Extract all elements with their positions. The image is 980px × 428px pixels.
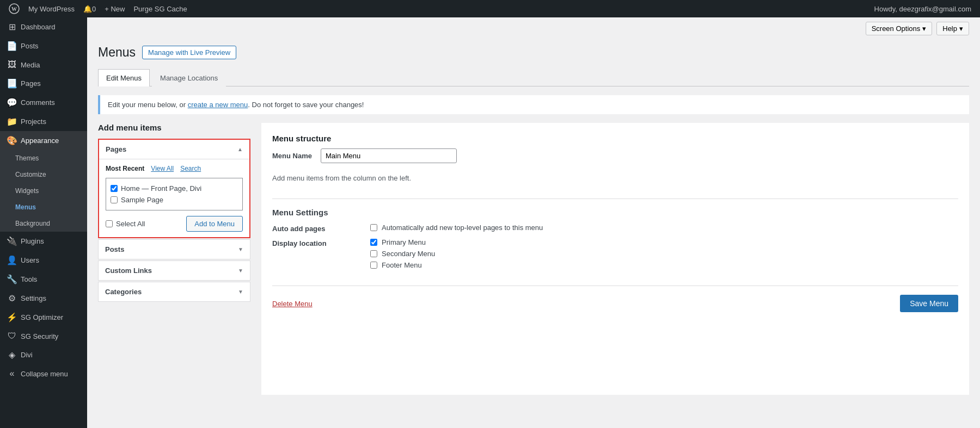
left-panel: Add menu items Pages ▲ Most Recent View … bbox=[98, 123, 250, 303]
plugins-icon: 🔌 bbox=[7, 236, 17, 246]
page-item-home[interactable]: Home — Front Page, Divi bbox=[111, 183, 238, 194]
sidebar-item-themes[interactable]: Themes bbox=[0, 150, 87, 166]
sidebar-item-pages[interactable]: 📃 Pages bbox=[0, 74, 87, 93]
admin-bar: W My WordPress 🔔 0 + New Purge SG Cache … bbox=[0, 0, 980, 17]
sidebar-item-comments[interactable]: 💬 Comments bbox=[0, 93, 87, 112]
main-content: Screen Options ▾ Help ▾ Menus Manage wit… bbox=[87, 17, 980, 428]
dashboard-icon: ⊞ bbox=[7, 22, 17, 32]
tab-manage-locations[interactable]: Manage Locations bbox=[152, 69, 226, 86]
select-all-checkbox[interactable] bbox=[106, 220, 113, 227]
sub-tab-view-all[interactable]: View All bbox=[151, 165, 174, 172]
sidebar-appearance-sub: Themes Customize Widgets Menus Backgroun… bbox=[0, 150, 87, 232]
delete-menu-link[interactable]: Delete Menu bbox=[272, 300, 313, 308]
sidebar-item-customize[interactable]: Customize bbox=[0, 166, 87, 183]
display-location-primary[interactable]: Primary Menu bbox=[370, 238, 435, 246]
sub-tab-most-recent[interactable]: Most Recent bbox=[106, 165, 144, 172]
accordion-down-arrow: ▼ bbox=[238, 289, 243, 295]
sidebar-item-appearance[interactable]: 🎨 Appearance bbox=[0, 131, 87, 150]
tools-icon: 🔧 bbox=[7, 274, 17, 284]
svg-text:W: W bbox=[11, 6, 17, 12]
sidebar-item-dashboard[interactable]: ⊞ Dashboard bbox=[0, 17, 87, 36]
top-bar: Screen Options ▾ Help ▾ bbox=[87, 17, 980, 40]
auto-add-pages-row: Auto add pages Automatically add new top… bbox=[272, 224, 958, 233]
display-location-row: Display location Primary Menu Secondary … bbox=[272, 238, 958, 269]
pages-accordion-header[interactable]: Pages ▲ bbox=[99, 140, 249, 159]
users-icon: 👤 bbox=[7, 255, 17, 265]
sidebar-item-plugins[interactable]: 🔌 Plugins bbox=[0, 232, 87, 251]
page-title: Menus bbox=[98, 45, 136, 60]
appearance-icon: 🎨 bbox=[7, 135, 17, 146]
menu-settings-title: Menu Settings bbox=[272, 199, 958, 217]
sidebar-item-media[interactable]: 🖼 Media bbox=[0, 55, 87, 74]
add-to-menu-button[interactable]: Add to Menu bbox=[186, 216, 243, 232]
screen-options-button[interactable]: Screen Options ▾ bbox=[866, 22, 933, 35]
pages-accordion-footer: Select All Add to Menu bbox=[106, 216, 243, 232]
sidebar: ⊞ Dashboard 📄 Posts 🖼 Media 📃 Pages 💬 Co… bbox=[0, 17, 87, 428]
display-location-label: Display location bbox=[272, 238, 359, 247]
display-location-footer[interactable]: Footer Menu bbox=[370, 261, 435, 269]
notifications[interactable]: 🔔 0 bbox=[79, 0, 100, 17]
sidebar-item-menus[interactable]: Menus bbox=[0, 199, 87, 215]
sidebar-item-settings[interactable]: ⚙ Settings bbox=[0, 289, 87, 308]
sub-tab-search[interactable]: Search bbox=[180, 165, 201, 172]
sidebar-item-divi[interactable]: ◈ Divi bbox=[0, 345, 87, 364]
sidebar-item-collapse[interactable]: « Collapse menu bbox=[0, 364, 87, 383]
page-checkbox-sample[interactable] bbox=[111, 196, 118, 203]
primary-menu-checkbox[interactable] bbox=[370, 239, 377, 246]
sidebar-item-widgets[interactable]: Widgets bbox=[0, 183, 87, 199]
sidebar-item-background[interactable]: Background bbox=[0, 215, 87, 232]
purge-cache[interactable]: Purge SG Cache bbox=[129, 0, 191, 17]
save-menu-button[interactable]: Save Menu bbox=[900, 295, 958, 312]
create-new-menu-link[interactable]: create a new menu bbox=[188, 101, 248, 109]
categories-accordion-header[interactable]: Categories ▼ bbox=[99, 282, 250, 301]
sidebar-item-users[interactable]: 👤 Users bbox=[0, 251, 87, 270]
custom-links-accordion-header[interactable]: Custom Links ▼ bbox=[99, 261, 250, 280]
auto-add-pages-option[interactable]: Automatically add new top-level pages to… bbox=[370, 224, 543, 232]
menu-hint: Add menu items from the column on the le… bbox=[272, 174, 958, 182]
pages-icon: 📃 bbox=[7, 78, 17, 89]
sidebar-item-projects[interactable]: 📁 Projects bbox=[0, 112, 87, 131]
site-name[interactable]: My WordPress bbox=[24, 0, 79, 17]
pages-accordion-body: Most Recent View All Search Home — Front… bbox=[99, 159, 249, 237]
pages-sub-tabs: Most Recent View All Search bbox=[106, 165, 243, 172]
menu-name-label: Menu Name bbox=[272, 152, 312, 160]
menu-structure-title: Menu structure bbox=[272, 134, 958, 143]
menu-name-input[interactable] bbox=[321, 148, 457, 163]
collapse-icon: « bbox=[7, 369, 17, 379]
sidebar-item-sg-optimizer[interactable]: ⚡ SG Optimizer bbox=[0, 308, 87, 327]
tabs: Edit Menus Manage Locations bbox=[98, 69, 969, 86]
sidebar-item-sg-security[interactable]: 🛡 SG Security bbox=[0, 327, 87, 345]
projects-icon: 📁 bbox=[7, 116, 17, 127]
two-column-layout: Add menu items Pages ▲ Most Recent View … bbox=[98, 123, 969, 395]
pages-checkbox-list: Home — Front Page, Divi Sample Page bbox=[106, 178, 243, 210]
select-all-label[interactable]: Select All bbox=[106, 218, 145, 229]
sidebar-item-posts[interactable]: 📄 Posts bbox=[0, 36, 87, 55]
panel-footer: Delete Menu Save Menu bbox=[272, 286, 958, 312]
secondary-menu-checkbox[interactable] bbox=[370, 250, 377, 257]
divi-icon: ◈ bbox=[7, 350, 17, 360]
auto-add-pages-label: Auto add pages bbox=[272, 224, 359, 233]
live-preview-button[interactable]: Manage with Live Preview bbox=[142, 46, 236, 59]
page-checkbox-home[interactable] bbox=[111, 185, 118, 192]
display-location-secondary[interactable]: Secondary Menu bbox=[370, 250, 435, 258]
sidebar-item-tools[interactable]: 🔧 Tools bbox=[0, 270, 87, 289]
chevron-down-icon: ▾ bbox=[922, 24, 926, 33]
sg-security-icon: 🛡 bbox=[7, 331, 17, 341]
wp-logo[interactable]: W bbox=[4, 0, 24, 17]
custom-links-accordion: Custom Links ▼ bbox=[98, 260, 250, 281]
tab-edit-menus[interactable]: Edit Menus bbox=[98, 69, 150, 86]
new-content[interactable]: + New bbox=[100, 0, 129, 17]
wp-layout: ⊞ Dashboard 📄 Posts 🖼 Media 📃 Pages 💬 Co… bbox=[0, 17, 980, 428]
media-icon: 🖼 bbox=[7, 60, 17, 70]
display-location-options: Primary Menu Secondary Menu Footer Menu bbox=[370, 238, 435, 269]
posts-accordion-header[interactable]: Posts ▼ bbox=[99, 240, 250, 259]
user-greeting[interactable]: Howdy, deezgrafix@gmail.com bbox=[870, 0, 976, 17]
footer-menu-checkbox[interactable] bbox=[370, 262, 377, 269]
admin-bar-right: Howdy, deezgrafix@gmail.com bbox=[870, 0, 976, 17]
help-button[interactable]: Help ▾ bbox=[936, 22, 969, 35]
accordion-up-arrow: ▲ bbox=[237, 146, 243, 152]
auto-add-pages-options: Automatically add new top-level pages to… bbox=[370, 224, 543, 232]
page-item-sample[interactable]: Sample Page bbox=[111, 194, 238, 206]
auto-add-pages-checkbox[interactable] bbox=[370, 224, 377, 231]
right-panel: Menu structure Menu Name Add menu items … bbox=[261, 123, 969, 395]
